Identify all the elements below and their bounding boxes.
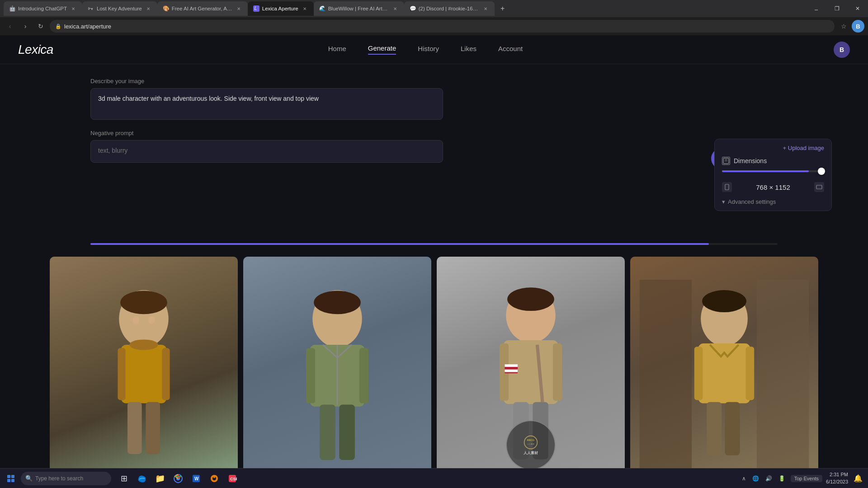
svg-rect-42 <box>746 347 755 400</box>
image-card-1[interactable] <box>50 257 238 488</box>
notification-button[interactable]: 🔔 <box>852 473 864 483</box>
maximize-button[interactable]: ❐ <box>826 0 847 17</box>
logo[interactable]: Lexica <box>18 42 53 57</box>
tab-lostkey[interactable]: 🗝 Lost Key Adventure ✕ <box>82 1 157 16</box>
svg-rect-37 <box>640 280 692 488</box>
upload-image-button[interactable]: + Upload image <box>783 145 824 151</box>
address-bar[interactable]: 🔒 lexica.art/aperture <box>50 20 835 33</box>
tab-discord[interactable]: 💬 (2) Discord | #rookie-16 | B... ✕ <box>404 1 495 16</box>
tab-chatgpt[interactable]: 🤖 Introducing ChatGPT ✕ <box>4 1 82 16</box>
image-card-3[interactable]: RRCG 人人素材 人人素材 <box>437 257 625 488</box>
chevron-down-icon: ▾ <box>722 198 725 205</box>
word-button[interactable]: W <box>188 470 204 487</box>
tab-close-4[interactable]: ✕ <box>301 5 308 12</box>
slider-thumb[interactable] <box>818 168 825 175</box>
minimize-button[interactable]: ⎽ <box>806 0 826 17</box>
image-3: RRCG 人人素材 人人素材 <box>437 257 625 488</box>
taskbar: 🔍 Type here to search ⊞ 📁 W <box>0 468 868 488</box>
svg-rect-38 <box>757 280 809 488</box>
dimension-display: 768 × 1152 <box>722 178 824 196</box>
portrait-icon <box>722 182 732 192</box>
svg-rect-26 <box>553 343 562 401</box>
svg-point-34 <box>524 436 538 449</box>
reload-button[interactable]: ↻ <box>34 20 47 33</box>
tab-label-4: Lexica Aperture <box>262 6 298 11</box>
svg-rect-8 <box>162 348 170 400</box>
taskbar-clock[interactable]: 2:31 PM 6/12/2023 <box>826 471 848 485</box>
forward-button[interactable]: › <box>19 20 32 33</box>
tab-favicon-4: L <box>253 5 259 12</box>
svg-rect-17 <box>306 348 315 403</box>
new-tab-button[interactable]: + <box>496 2 509 15</box>
swap-icon[interactable] <box>814 182 824 192</box>
edge-button[interactable] <box>134 470 150 487</box>
main-content: Describe your image 3d male character wi… <box>0 64 868 164</box>
nav-home[interactable]: Home <box>328 45 346 54</box>
tab-favicon-2: 🗝 <box>88 5 94 12</box>
image-card-4[interactable] <box>630 257 818 488</box>
nav-generate[interactable]: Generate <box>368 44 396 55</box>
taskbar-time-display: 2:31 PM <box>826 471 848 478</box>
task-view-button[interactable]: ⊞ <box>116 470 132 487</box>
clipstudio-button[interactable]: CSP <box>224 470 241 487</box>
volume-icon[interactable]: 🔊 <box>764 474 774 483</box>
svg-rect-10 <box>146 402 160 454</box>
tab-close-1[interactable]: ✕ <box>70 5 77 12</box>
advanced-settings-toggle[interactable]: ▾ Advanced settings <box>722 198 824 205</box>
watermark-text: 人人素材 <box>524 450 538 455</box>
taskbar-items: ⊞ 📁 W <box>116 470 241 487</box>
blender-button[interactable] <box>206 470 222 487</box>
system-tray: ∧ 🌐 🔊 🔋 <box>740 474 787 483</box>
slider-track <box>722 170 824 172</box>
back-button[interactable]: ‹ <box>4 20 16 33</box>
tray-chevron[interactable]: ∧ <box>740 474 748 483</box>
tab-favicon-1: 🤖 <box>9 5 15 12</box>
lock-icon: 🔒 <box>55 23 61 29</box>
tab-lexica[interactable]: L Lexica Aperture ✕ <box>248 1 314 16</box>
svg-rect-31 <box>505 364 518 367</box>
nav-history[interactable]: History <box>418 45 439 54</box>
network-icon[interactable]: 🌐 <box>750 474 761 483</box>
negative-textarea[interactable] <box>90 140 443 163</box>
start-button[interactable] <box>4 471 18 486</box>
svg-rect-44 <box>725 402 740 455</box>
tab-favicon-3: 🎨 <box>163 5 169 12</box>
svg-point-13 <box>133 316 139 324</box>
tab-close-3[interactable]: ✕ <box>235 5 242 12</box>
image-card-2[interactable] <box>243 257 431 488</box>
dimension-slider[interactable] <box>722 170 824 172</box>
dimensions-header: Dimensions <box>722 157 824 165</box>
dimension-value: 768 × 1152 <box>732 183 814 191</box>
svg-rect-41 <box>694 347 703 400</box>
tab-label-5: BlueWillow | Free AI Art Ge... <box>328 6 389 11</box>
svg-text:CSP: CSP <box>230 477 237 481</box>
svg-rect-4 <box>816 185 822 189</box>
chrome-button[interactable] <box>170 470 186 487</box>
taskbar-search[interactable]: 🔍 Type here to search <box>21 472 111 485</box>
tab-close-5[interactable]: ✕ <box>392 5 399 12</box>
tab-close-6[interactable]: ✕ <box>482 5 489 12</box>
tab-favicon-6: 💬 <box>410 5 416 12</box>
nav-account[interactable]: Account <box>498 45 523 54</box>
profile-button-browser[interactable]: B <box>852 20 864 33</box>
svg-text:W: W <box>194 476 199 481</box>
prompt-textarea[interactable]: 3d male character with an adventurous lo… <box>90 88 443 120</box>
svg-rect-43 <box>707 402 722 455</box>
svg-point-52 <box>213 476 215 478</box>
svg-text:RRCG: RRCG <box>527 438 534 441</box>
user-avatar[interactable]: B <box>834 42 850 58</box>
bookmark-button[interactable]: ☆ <box>837 20 850 33</box>
profile-avatar-browser[interactable]: B <box>852 20 864 33</box>
svg-point-45 <box>702 290 746 312</box>
tab-bluewillow[interactable]: 🌊 BlueWillow | Free AI Art Ge... ✕ <box>314 1 404 16</box>
close-button[interactable]: ✕ <box>847 0 868 17</box>
tab-label-6: (2) Discord | #rookie-16 | B... <box>419 6 479 11</box>
battery-icon[interactable]: 🔋 <box>777 474 787 483</box>
nav-likes[interactable]: Likes <box>461 45 476 54</box>
tab-freeai[interactable]: 🎨 Free AI Art Generator, AI A... ✕ <box>157 1 248 16</box>
explorer-button[interactable]: 📁 <box>152 470 168 487</box>
top-events-label: Top Events <box>794 476 819 481</box>
tab-close-2[interactable]: ✕ <box>145 5 152 12</box>
top-events-badge[interactable]: Top Events <box>791 475 822 482</box>
svg-text:人人素材: 人人素材 <box>527 442 534 445</box>
